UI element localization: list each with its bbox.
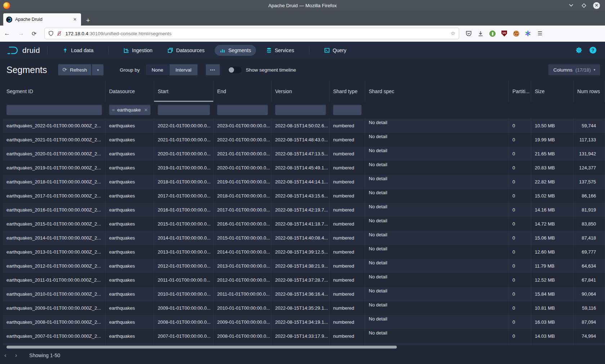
column-header-end[interactable]: End [214, 81, 272, 102]
table-row[interactable]: earthquakes_2013-01-01T00:00:00.000Z_2..… [3, 245, 605, 259]
segments-icon [220, 47, 225, 53]
filter-start-input[interactable] [158, 105, 210, 115]
nav-item-load-data[interactable]: Load data [57, 45, 98, 56]
filter-datasource-tag[interactable]: = earthquake ✕ [109, 105, 151, 115]
table-row[interactable]: earthquakes_2017-01-01T00:00:00.000Z_2..… [3, 189, 605, 203]
group-by-interval-button[interactable]: Interval [169, 64, 197, 76]
table-row[interactable]: earthquakes_2008-01-01T00:00:00.000Z_2..… [3, 315, 605, 329]
nav-item-segments[interactable]: Segments [215, 45, 256, 56]
cell-end: 2017-01-01T00:00:00.0... [214, 203, 272, 217]
asterisk-extension-icon[interactable] [524, 30, 532, 37]
table-row[interactable]: earthquakes_2020-01-01T00:00:00.000Z_2..… [3, 147, 605, 161]
cell-shard-spec: No detail [365, 119, 509, 133]
cell-shard-type: numbered [330, 315, 365, 329]
cell-version: 2022-08-15T14:34:19.1... [272, 315, 330, 329]
filter-version-input[interactable] [275, 105, 326, 115]
cell-id: earthquakes_2017-01-01T00:00:00.000Z_2..… [3, 189, 106, 203]
upload-icon [62, 47, 68, 53]
help-icon[interactable]: ? [590, 47, 596, 54]
druid-logo[interactable]: druid [6, 46, 40, 55]
table-row[interactable]: earthquakes_2009-01-01T00:00:00.000Z_2..… [3, 301, 605, 315]
table-row[interactable]: earthquakes_2022-01-01T00:00:00.000Z_2..… [3, 119, 605, 133]
columns-button[interactable]: Columns (17/18) ▾ [548, 64, 600, 76]
forward-button-icon[interactable]: → [14, 30, 28, 37]
cell-end: 2016-01-01T00:00:00.0... [214, 217, 272, 231]
table-row[interactable]: earthquakes_2010-01-01T00:00:00.000Z_2..… [3, 287, 605, 301]
table-row[interactable]: earthquakes_2014-01-01T00:00:00.000Z_2..… [3, 231, 605, 245]
cell-start: 2012-01-01T00:00:00.0... [154, 259, 214, 273]
cell-datasource: earthquakes [106, 189, 154, 203]
filter-end-input[interactable] [217, 105, 268, 115]
settings-gear-icon[interactable] [575, 47, 582, 54]
nav-item-ingestion[interactable]: Ingestion [118, 45, 158, 56]
shield-icon[interactable] [48, 31, 54, 36]
tab-close-icon[interactable]: ✕ [72, 16, 78, 23]
table-row[interactable]: earthquakes_2015-01-01T00:00:00.000Z_2..… [3, 217, 605, 231]
column-header-shard-type[interactable]: Shard type [330, 81, 365, 102]
showing-range-label: Showing 1-50 [29, 351, 60, 359]
next-page-icon[interactable]: › [11, 351, 22, 359]
column-header-size[interactable]: Size [531, 81, 574, 102]
previous-page-icon[interactable]: ‹ [0, 351, 11, 359]
column-header-start[interactable]: Start [154, 81, 214, 102]
privacy-badger-icon[interactable] [489, 30, 496, 37]
refresh-button[interactable]: ⟳ Refresh [58, 64, 92, 76]
cell-version: 2022-08-15T14:37:28.7... [272, 273, 330, 287]
horizontal-scrollbar-thumb[interactable] [6, 346, 397, 349]
cell-num-rows: 59,744 [574, 119, 605, 133]
nav-item-services[interactable]: Services [261, 45, 299, 56]
filter-shard-type-input[interactable] [333, 105, 362, 115]
cell-end: 2013-01-01T00:00:00.0... [214, 259, 272, 273]
segment-timeline-toggle[interactable] [228, 67, 242, 73]
insecure-lock-icon[interactable] [57, 31, 62, 36]
window-maximize-button[interactable] [581, 2, 587, 9]
table-row[interactable]: earthquakes_2012-01-01T00:00:00.000Z_2..… [3, 259, 605, 273]
cell-datasource: earthquakes [106, 245, 154, 259]
refresh-dropdown-button[interactable]: ▾ [92, 64, 104, 76]
back-button-icon[interactable]: ← [0, 30, 14, 37]
downloads-icon[interactable] [477, 30, 484, 37]
cookie-extension-icon[interactable] [512, 30, 520, 37]
cell-partition: 0 [509, 133, 531, 147]
bookmark-star-icon[interactable]: ☆ [451, 30, 455, 37]
table-row[interactable]: earthquakes_2021-01-01T00:00:00.000Z_2..… [3, 133, 605, 147]
table-body: earthquakes_2022-01-01T00:00:00.000Z_2..… [3, 119, 605, 345]
group-by-none-button[interactable]: None [145, 64, 169, 76]
ublock-origin-icon[interactable]: UO [501, 30, 508, 37]
column-header-num-rows[interactable]: Num rows [574, 81, 605, 102]
window-close-button[interactable]: ✕ [593, 2, 600, 9]
cell-size: 15.02 MB [531, 189, 574, 203]
cell-num-rows: 59,116 [574, 301, 605, 315]
table-row[interactable]: earthquakes_2016-01-01T00:00:00.000Z_2..… [3, 203, 605, 217]
reload-button-icon[interactable]: ⟳ [28, 30, 40, 37]
nav-item-datasources[interactable]: Datasources [162, 45, 210, 56]
cell-shard-type: numbered [330, 301, 365, 315]
column-header-version[interactable]: Version [272, 81, 330, 102]
cell-version: 2022-08-15T14:33:17.9... [272, 329, 330, 343]
column-header-datasource[interactable]: Datasource [106, 81, 154, 102]
table-row[interactable]: earthquakes_2019-01-01T00:00:00.000Z_2..… [3, 161, 605, 175]
cell-shard-spec: No detail [365, 259, 509, 273]
cell-partition: 0 [509, 119, 531, 133]
column-header-shard-spec[interactable]: Shard spec [365, 81, 509, 102]
new-tab-button[interactable]: + [86, 17, 90, 24]
menu-hamburger-icon[interactable]: ☰ [536, 30, 543, 37]
cell-end: 2020-01-01T00:00:00.0... [214, 161, 272, 175]
url-bar[interactable]: 172.18.0.4:30109/unified-console.html#se… [44, 28, 459, 39]
nav-item-query[interactable]: Query [319, 45, 351, 56]
cell-num-rows: 87,094 [574, 315, 605, 329]
table-row[interactable]: earthquakes_2011-01-01T00:00:00.000Z_2..… [3, 273, 605, 287]
cell-partition: 0 [509, 203, 531, 217]
table-row[interactable]: earthquakes_2018-01-01T00:00:00.000Z_2..… [3, 175, 605, 189]
remove-filter-icon[interactable]: ✕ [144, 108, 148, 113]
datasources-icon [167, 47, 173, 53]
browser-tab[interactable]: Apache Druid ✕ [3, 13, 81, 26]
more-options-button[interactable]: ••• [206, 64, 220, 76]
window-minimize-button[interactable] [568, 2, 574, 9]
filter-segment-id-input[interactable] [6, 105, 102, 115]
pocket-icon[interactable] [465, 30, 472, 37]
segment-timeline-label: Show segment timeline [246, 67, 296, 73]
column-header-partition[interactable]: Partiti... [509, 81, 531, 102]
column-header-segment-id[interactable]: Segment ID [3, 81, 106, 102]
table-row[interactable]: earthquakes_2007-01-01T00:00:00.000Z_2..… [3, 329, 605, 343]
